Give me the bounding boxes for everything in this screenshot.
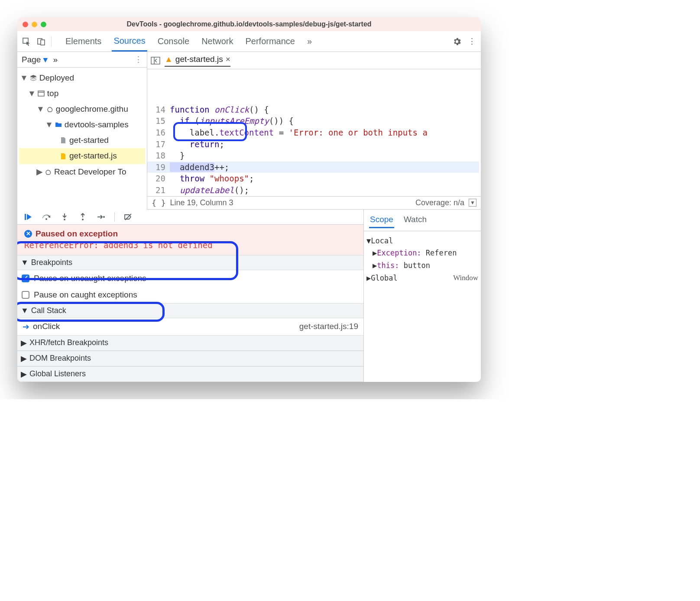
step-out-icon[interactable] [78,212,88,222]
code-line[interactable]: 15 if (inputsAreEmpty()) { [147,115,479,127]
sources-sidebar: Page ▾ » ⋮ ▼Deployed ▼top ▼googlechrome.… [17,52,147,210]
coverage-label: Coverage: n/a [415,198,464,207]
sidebar-overflow[interactable]: » [53,55,58,65]
tree-file-js[interactable]: get-started.js [19,148,145,164]
scope-local[interactable]: ▼Local [366,235,478,247]
gear-icon[interactable] [452,37,462,46]
scope-panel: Scope Watch ▼Local ▶Exception: Referen ▶… [364,210,481,382]
tab-sources[interactable]: Sources [112,32,147,52]
debugger-panel: ✕Paused on exception ReferenceError: add… [17,210,364,382]
scope-tree: ▼Local ▶Exception: Referen ▶this: button… [364,231,481,288]
close-tab-icon[interactable]: × [226,55,230,64]
paused-title: Paused on exception [36,229,118,239]
section-breakpoints[interactable]: ▼Breakpoints [17,255,363,270]
chevron-down-icon: ▾ [43,55,48,65]
tab-console[interactable]: Console [156,32,191,51]
device-toggle-icon[interactable] [36,37,46,46]
code-line[interactable]: 14function onClick() { [147,104,479,116]
svg-point-8 [45,218,47,220]
traffic-lights [23,22,46,27]
file-tab[interactable]: ▲ get-started.js × [165,55,230,67]
section-dom[interactable]: ▶DOM Breakpoints [17,351,363,366]
checkbox-caught[interactable]: Pause on caught exceptions [17,287,363,303]
close-icon[interactable] [23,22,28,27]
tree-top[interactable]: ▼top [19,86,145,101]
minimize-icon[interactable] [32,22,37,27]
devtools-window: DevTools - googlechrome.github.io/devtoo… [17,17,481,382]
section-callstack[interactable]: ▼Call Stack [17,303,363,318]
svg-rect-2 [41,40,45,45]
frame-location: get-started.js:19 [299,322,358,331]
file-tab-bar: ▲ get-started.js × [147,52,481,69]
frame-function: onClick [33,322,60,331]
step-icon[interactable] [96,212,106,222]
page-label[interactable]: Page [22,55,41,65]
tab-elements[interactable]: Elements [64,32,103,51]
checkbox-icon: ✓ [22,275,29,282]
file-tree: ▼Deployed ▼top ▼googlechrome.githu ▼devt… [17,68,147,184]
code-line[interactable]: 21 updateLabel(); [147,184,479,196]
cursor-position: Line 19, Column 3 [170,198,233,207]
sidebar-page-bar: Page ▾ » ⋮ [17,52,147,68]
section-global[interactable]: ▶Global Listeners [17,366,363,382]
pretty-print-icon[interactable]: { } [152,198,166,207]
code-line[interactable]: 19 addend3++; [147,162,479,173]
code-line[interactable]: 17 return; [147,139,479,150]
scope-global[interactable]: ▶GlobalWindow [366,272,478,284]
tab-watch[interactable]: Watch [403,212,428,228]
window-title: DevTools - googlechrome.github.io/devtoo… [17,20,481,28]
editor-panel: ▲ get-started.js × 14function onClick() … [147,52,481,210]
section-xhr[interactable]: ▶XHR/fetch Breakpoints [17,335,363,351]
step-over-icon[interactable] [42,212,51,222]
kebab-icon[interactable]: ⋮ [134,55,143,65]
code-editor[interactable]: 14function onClick() {15 if (inputsAreEm… [147,69,481,196]
inspect-icon[interactable] [22,37,31,46]
tree-deployed[interactable]: ▼Deployed [19,70,145,86]
tab-performance[interactable]: Performance [244,32,297,51]
step-into-icon[interactable] [60,212,69,222]
exception-message: ReferenceError: addend3 is not defined [24,240,356,250]
dropdown-icon[interactable]: ▼ [469,199,476,207]
scope-exception[interactable]: ▶Exception: Referen [366,247,478,259]
tab-scope[interactable]: Scope [369,212,394,228]
svg-rect-3 [38,91,44,96]
tree-file-html[interactable]: get-started [19,132,145,148]
file-tab-label: get-started.js [175,55,223,64]
current-frame-icon: ➔ [23,322,29,332]
kebab-icon[interactable]: ⋮ [467,37,476,46]
checkbox-uncaught[interactable]: ✓Pause on uncaught exceptions [17,270,363,287]
svg-point-10 [82,219,84,220]
tree-folder[interactable]: ▼devtools-samples [19,117,145,132]
warning-icon: ▲ [165,55,173,64]
svg-point-9 [64,219,65,220]
tree-domain[interactable]: ▼googlechrome.githu [19,101,145,117]
code-line[interactable]: 18 } [147,150,479,162]
debug-toolbar [17,210,363,225]
devtools-toolbar: Elements Sources Console Network Perform… [17,31,481,52]
editor-statusbar: { } Line 19, Column 3 Coverage: n/a ▼ [147,196,481,210]
error-icon: ✕ [24,230,32,238]
callstack-frame[interactable]: ➔ onClick get-started.js:19 [17,318,363,335]
deactivate-breakpoints-icon[interactable] [123,212,133,222]
resume-icon[interactable] [23,212,33,222]
tab-network[interactable]: Network [200,32,235,51]
scope-this[interactable]: ▶this: button [366,259,478,272]
svg-point-11 [103,216,105,218]
nav-back-icon[interactable] [151,56,160,65]
checkbox-icon [22,291,29,299]
svg-rect-7 [25,214,26,220]
tabs-overflow[interactable]: » [305,32,314,51]
titlebar: DevTools - googlechrome.github.io/devtoo… [17,17,481,31]
code-line[interactable]: 16 label.textContent = 'Error: one or bo… [147,127,479,139]
paused-on-exception: ✕Paused on exception ReferenceError: add… [17,225,363,255]
tree-react-devtools[interactable]: ▶React Developer To [19,164,145,180]
code-line[interactable]: 20 throw "whoops"; [147,173,479,184]
zoom-icon[interactable] [41,22,46,27]
